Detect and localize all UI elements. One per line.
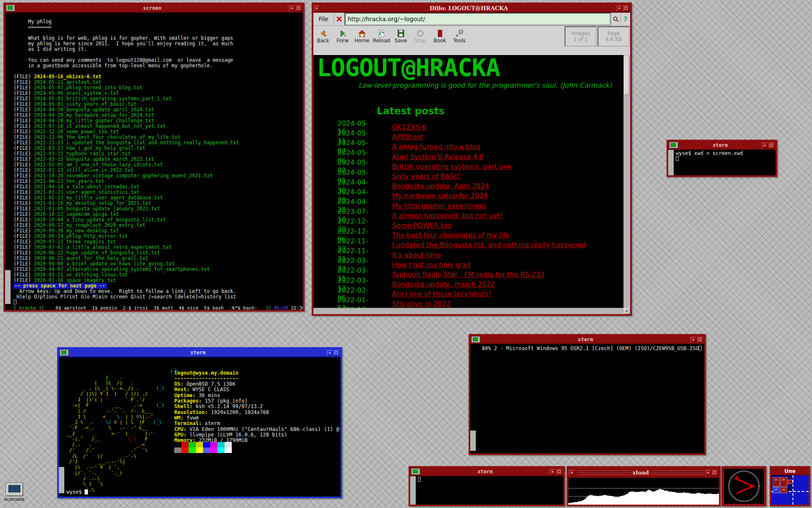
reload-icon [377,30,386,37]
xterm-titlebar[interactable]: xterm [59,349,340,357]
iconify-button[interactable] [327,350,332,356]
xwd-xterm-window: xterm wyse$ xwd > screen.xwd [667,140,777,177]
maximize-button[interactable] [557,469,562,475]
page-size-panel: Page4.6 KB [598,26,630,47]
xload-titlebar[interactable]: xload [568,468,719,478]
post-row: 2024-04-28 My little gopher experiment [337,201,624,211]
url-input[interactable]: http://hracka.org/~logout/ [345,13,611,25]
mini-window[interactable] [788,480,793,484]
xterm-titlebar[interactable]: xterm [470,336,704,344]
xterm-titlebar[interactable]: xterm [410,468,563,476]
mini-window-active[interactable]: xt [773,487,779,493]
tools-button[interactable]: Tools [450,26,469,47]
iconify-button[interactable] [691,337,696,342]
xconsole-icon[interactable]: xconsole [1,483,28,502]
mini-window[interactable]: Di: [780,477,787,487]
terminal-icon [471,336,480,343]
post-link[interactable]: Atari System V Release 4.0 [392,153,484,161]
menu-button[interactable] [314,6,320,11]
reload-button[interactable]: Reload [372,26,391,47]
post-link[interactable]: Some POWER too [392,221,452,229]
mini-window[interactable]: xt [780,487,787,493]
resize-corner-icon[interactable]: ✔ [624,308,630,314]
post-link[interactable]: The best four chocolates of my life [392,231,510,239]
virtual-desktop[interactable]: xt. Di: xt xt [771,475,809,505]
dillo-window: Dillo: LOGOUT@HRACKA File http://hracka.… [312,3,632,316]
post-link[interactable]: It's about time [392,251,441,259]
iconify-button[interactable] [705,470,711,475]
iconify-button[interactable] [550,469,555,475]
window-title: xload [633,469,649,476]
terminal-client [410,476,563,505]
pager-titlebar[interactable]: Une [771,468,809,475]
xconsole-icon-image[interactable] [5,483,23,496]
post-row: 2022-01-13 Still alive in 2022 [337,299,624,308]
save-button[interactable]: Save [391,26,411,47]
scrollbar-thumb[interactable] [470,431,476,451]
post-link[interactable]: I updated the Bongusta list, and nothing… [392,241,586,249]
site-heading: LOGOUT@HRACKA [317,56,624,80]
minute-hand-tip [750,484,756,489]
forward-button[interactable]: Forw [333,26,352,47]
scrollbar[interactable] [470,344,476,453]
post-link[interactable]: My hardware setup for 2024 [392,192,488,200]
post-row: 2022-11-23 I updated the Bongusta list, … [337,240,624,250]
file-menu[interactable]: File [313,13,334,25]
post-link[interactable]: A phlog turned into a blog [392,143,480,151]
screen-titlebar[interactable]: screen [5,4,303,13]
post-link[interactable]: My little gopher experiment [392,202,486,210]
post-row: 2024-05-01 Sixty years of BASIC [337,171,624,181]
vertical-scrollbar-thumb[interactable] [624,56,629,95]
maximize-button[interactable] [697,337,703,342]
maximize-button[interactable] [769,143,774,148]
vertical-scrollbar[interactable] [623,55,630,308]
post-link[interactable]: APRStoot [392,133,423,141]
horizontal-scrollbar[interactable] [313,308,624,314]
post-link[interactable]: Sixty years of BASIC [392,172,461,180]
post-link[interactable]: Typhoon Radio Star - FM radio for the RS… [392,271,545,279]
post-link[interactable]: OK1ZXS-6 [392,123,426,131]
iconify-button[interactable] [617,6,622,11]
info-line: GPU: llvmpipe (LLVM 16.0.6, 128 bits) [174,432,340,438]
back-button[interactable]: Back [313,26,333,47]
scrollbar-thumb[interactable] [410,476,416,505]
home-button[interactable]: Home [352,26,372,47]
text-cursor [676,156,679,161]
dillo-menu-row: File http://hracka.org/~logout/ ? [313,13,630,26]
bug-meter-icon[interactable] [334,13,345,25]
dillo-titlebar[interactable]: Dillo: LOGOUT@HRACKA [313,4,630,13]
scrollbar[interactable] [668,150,674,175]
iconify-button[interactable] [289,6,295,11]
post-link[interactable]: British operating systems, part one [392,163,512,171]
terminal-client: _ (_) | . | |L /| . _ _ . |\ _| \--+._/|… [59,357,340,497]
mini-window[interactable]: xt. [773,477,780,487]
help-icon[interactable]: ? [620,13,630,25]
iconify-button[interactable] [762,143,768,148]
scrollbar-thumb[interactable] [5,270,11,304]
scrollbar[interactable] [5,13,11,310]
xterm-titlebar[interactable]: xterm [668,141,776,150]
post-row: 2022-12-20 Some POWER too [337,221,624,230]
post-link[interactable]: Bongusta update, march 2022 [392,280,495,288]
bookmarks-button[interactable]: Book [430,26,450,47]
maximize-button[interactable] [712,470,718,475]
maximize-button[interactable] [623,6,629,11]
phlog-intro-text: My phlog ======== What blog is for web, … [14,14,301,74]
iconify-button[interactable] [569,470,575,475]
search-icon[interactable] [611,13,620,25]
scrollbar-thumb[interactable] [59,467,64,493]
stop-button: Stop [411,26,430,47]
post-link[interactable]: How I got my holy grail [392,261,471,269]
xconsole-icon-label: xconsole [1,497,28,502]
post-link[interactable]: Still alive in 2022 [392,300,450,308]
scrollbar-thumb[interactable] [668,150,674,175]
post-link[interactable]: It almost happened, but not yet! [392,212,502,220]
post-link[interactable]: Am I one of those lazy idiots? [392,290,491,298]
maximize-button[interactable] [334,350,339,356]
wrench-icon [455,30,464,37]
scrollbar[interactable] [410,476,416,505]
scrollbar[interactable] [59,357,64,497]
maximize-button[interactable] [296,6,302,11]
post-link[interactable]: Bongusta update, April 2024 [392,182,489,190]
images-panel: Images1 of 1 [565,26,597,47]
